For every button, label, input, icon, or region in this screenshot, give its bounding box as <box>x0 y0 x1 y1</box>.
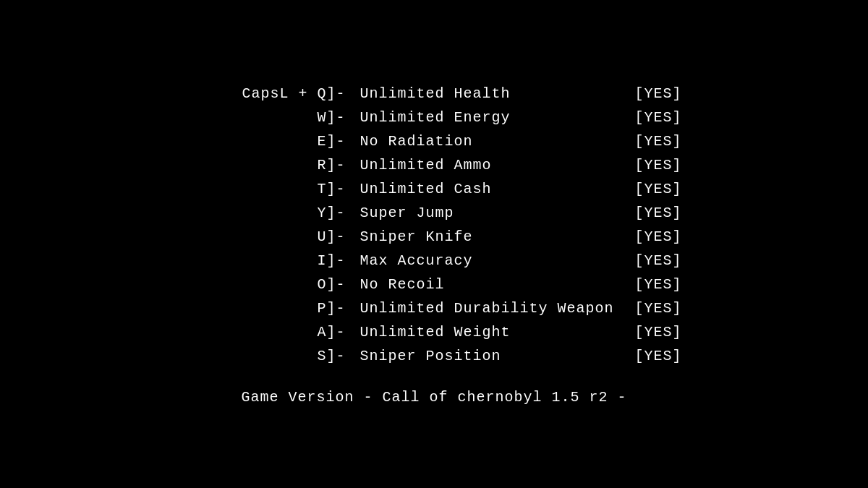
cheat-key: A]- <box>186 321 345 343</box>
cheat-row: W]-Unlimited Energy[YES] <box>186 106 681 129</box>
cheat-row: O]-No Recoil[YES] <box>186 273 681 296</box>
cheat-status: [YES] <box>634 202 681 224</box>
cheat-name: Super Jump <box>345 202 634 224</box>
cheat-key: I]- <box>186 249 345 272</box>
cheat-key: W]- <box>186 106 345 129</box>
cheat-name: No Recoil <box>345 273 634 296</box>
cheat-name: Unlimited Durability Weapon <box>345 297 634 320</box>
cheat-status: [YES] <box>634 106 681 129</box>
cheat-key: E]- <box>186 130 345 153</box>
cheat-row: A]-Unlimited Weight[YES] <box>186 321 681 343</box>
cheat-row: T]-Unlimited Cash[YES] <box>186 178 681 200</box>
cheat-status: [YES] <box>634 130 681 153</box>
cheat-list: CapsL + Q]-Unlimited Health[YES]W]-Unlim… <box>186 82 681 367</box>
cheat-name: Sniper Knife <box>345 226 634 248</box>
cheat-row: CapsL + Q]-Unlimited Health[YES] <box>186 82 681 105</box>
cheat-name: Unlimited Weight <box>345 321 634 343</box>
cheat-row: R]-Unlimited Ammo[YES] <box>186 154 681 176</box>
footer-text: Game Version - Call of chernobyl 1.5 r2 … <box>241 389 626 406</box>
cheat-key: Y]- <box>186 202 345 224</box>
cheat-row: S]-Sniper Position[YES] <box>186 345 681 367</box>
cheat-key: P]- <box>186 297 345 320</box>
cheat-key: R]- <box>186 154 345 176</box>
cheat-key: U]- <box>186 226 345 248</box>
cheat-name: Unlimited Ammo <box>345 154 634 176</box>
cheat-key: T]- <box>186 178 345 200</box>
cheat-status: [YES] <box>634 226 681 248</box>
cheat-name: Unlimited Energy <box>345 106 634 129</box>
cheat-status: [YES] <box>634 178 681 200</box>
cheat-status: [YES] <box>634 154 681 176</box>
cheat-name: Max Accuracy <box>345 249 634 272</box>
cheat-row: U]-Sniper Knife[YES] <box>186 226 681 248</box>
cheat-name: Unlimited Health <box>345 82 634 105</box>
cheat-key: CapsL + Q]- <box>186 82 345 105</box>
cheat-name: No Radiation <box>345 130 634 153</box>
main-container: CapsL + Q]-Unlimited Health[YES]W]-Unlim… <box>0 0 868 488</box>
cheat-status: [YES] <box>634 82 681 105</box>
cheat-name: Unlimited Cash <box>345 178 634 200</box>
cheat-row: Y]-Super Jump[YES] <box>186 202 681 224</box>
cheat-status: [YES] <box>634 249 681 272</box>
cheat-key: S]- <box>186 345 345 367</box>
cheat-status: [YES] <box>634 273 681 296</box>
cheat-row: E]-No Radiation[YES] <box>186 130 681 153</box>
cheat-status: [YES] <box>634 345 681 367</box>
cheat-row: I]-Max Accuracy[YES] <box>186 249 681 272</box>
cheat-key: O]- <box>186 273 345 296</box>
cheat-status: [YES] <box>634 297 681 320</box>
cheat-row: P]-Unlimited Durability Weapon[YES] <box>186 297 681 320</box>
cheat-name: Sniper Position <box>345 345 634 367</box>
cheat-status: [YES] <box>634 321 681 343</box>
